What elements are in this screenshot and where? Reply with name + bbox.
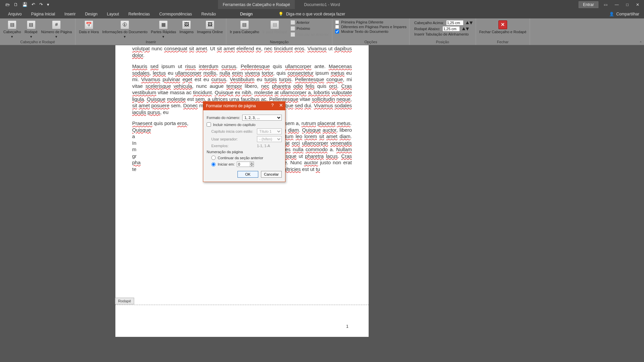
separator-label: Usar separador: <box>211 137 255 141</box>
onlinepics-button[interactable]: 🖼Imagens Online <box>196 20 223 35</box>
number-format-select[interactable]: 1, 2, 3, ... <box>242 115 282 121</box>
chapter-style-label: Capítulo inicia com estilo: <box>211 129 255 133</box>
pagenumber-button[interactable]: #Número de Página▾ <box>41 20 73 39</box>
dialog-close-icon[interactable]: ✕ <box>279 103 283 108</box>
share-icon: 👤 <box>609 12 614 16</box>
signin-button[interactable]: Entrar <box>579 1 598 8</box>
spinner-icon[interactable]: ⯅⯆ <box>466 21 473 25</box>
header-icon: ▤ <box>8 20 16 29</box>
ok-button[interactable]: OK <box>237 171 258 178</box>
collapse-ribbon-icon[interactable]: ⌃ <box>639 41 642 45</box>
include-chapter-checkbox[interactable] <box>207 122 211 127</box>
pagenumber-icon: # <box>52 20 61 29</box>
close-hf-label: Fechar Cabeçalho e Rodapé <box>479 30 527 34</box>
link-icon <box>290 32 295 37</box>
show-doc-label: Mostrar Texto do Documento <box>341 29 388 34</box>
footer-bottom-input[interactable] <box>442 26 460 32</box>
pictures-icon: 🖼 <box>182 20 191 29</box>
lightbulb-icon: 💡 <box>278 12 283 16</box>
docinfo-label: Informações do Documento <box>102 30 148 34</box>
next-icon <box>290 26 295 31</box>
previous-button[interactable]: Anterior <box>290 20 329 25</box>
maximize-icon[interactable]: □ <box>624 2 631 7</box>
footer-button[interactable]: ▤Rodapé▾ <box>24 20 39 39</box>
tab-layout[interactable]: Layout <box>102 10 124 18</box>
previous-label: Anterior <box>297 20 310 24</box>
diff-first-label: Primeira Página Diferente <box>341 20 383 24</box>
qat-customize-icon[interactable]: ▾ <box>47 2 49 7</box>
header-top-label: Cabeçalho Acima: <box>414 21 444 25</box>
docinfo-icon: 🛈 <box>120 20 129 29</box>
include-chapter-label: Incluir número do capítulo <box>213 123 256 127</box>
qat-save-icon[interactable]: 💾 <box>22 2 28 7</box>
header-top-input[interactable] <box>446 20 464 25</box>
goto-footer-button: ▤Ir para Rodapé <box>262 20 288 35</box>
diff-first-checkbox[interactable]: Primeira Página Diferente <box>335 20 407 24</box>
onlinepics-label: Imagens Online <box>197 30 223 34</box>
spin-up-icon[interactable]: ▴ <box>250 162 254 164</box>
minimize-icon[interactable]: — <box>613 2 621 7</box>
onlinepics-icon: 🖼 <box>206 20 214 29</box>
footer-zone[interactable]: Rodapé <box>115 305 369 321</box>
quickparts-label: Partes Rápidas <box>151 30 176 34</box>
docinfo-button[interactable]: 🛈Informações do Documento▾ <box>102 20 148 39</box>
close-x-icon: ✕ <box>498 20 507 29</box>
numbering-group-label: Numeração da página <box>207 150 282 154</box>
group-label: Posição <box>412 39 473 45</box>
group-label: Navegação <box>229 39 329 45</box>
tell-me-search[interactable]: 💡 Diga-me o que você deseja fazer <box>278 10 345 18</box>
pictures-button[interactable]: 🖼Imagens <box>179 20 194 35</box>
header-button[interactable]: ▤Cabeçalho▾ <box>3 20 22 39</box>
share-button[interactable]: 👤 Compartilhar <box>609 10 639 18</box>
continue-radio[interactable] <box>211 156 216 160</box>
quickparts-button[interactable]: ▦Partes Rápidas▾ <box>150 20 177 39</box>
qat-redo-icon[interactable]: ↷ <box>39 2 43 7</box>
spinner-icon[interactable]: ⯅⯆ <box>462 27 469 31</box>
spin-down-icon[interactable]: ▾ <box>250 164 254 167</box>
diff-oddeven-checkbox[interactable]: Diferentes em Páginas Pares e Ímpares <box>335 24 407 29</box>
align-tab-label: Inserir Tabulação de Alinhamento <box>414 32 469 36</box>
group-label: Cabeçalho e Rodapé <box>3 39 72 45</box>
document-page[interactable]: volutpat nunc consequat sit amet. Ut sit… <box>115 45 369 337</box>
startat-input[interactable] <box>237 162 250 167</box>
examples-value: 1-1, 1-A <box>257 144 270 148</box>
show-doc-checkbox[interactable]: Mostrar Texto do Documento <box>335 29 407 34</box>
page-number: 1 <box>346 324 348 329</box>
tell-me-label: Diga-me o que você deseja fazer <box>286 12 345 16</box>
header-label: Cabeçalho <box>3 30 21 34</box>
dialog-title: Formatar número de página <box>206 104 256 108</box>
pagenumber-label: Número de Página <box>41 30 72 34</box>
ribbon-display-icon[interactable]: ▭ <box>602 2 609 7</box>
number-format-label: Formato do número: <box>207 116 240 120</box>
tab-references[interactable]: Referências <box>124 10 155 18</box>
group-label: Inserir <box>78 39 223 45</box>
dialog-help-icon[interactable]: ? <box>271 103 274 108</box>
startat-radio[interactable] <box>211 162 216 167</box>
startat-label: Iniciar em: <box>218 162 235 166</box>
tab-hf-design[interactable]: Design <box>218 10 275 18</box>
group-label: Fechar <box>479 39 527 45</box>
qat-undo-icon[interactable]: ↶ <box>32 2 35 7</box>
link-label: Vincular ao Anterior <box>297 33 329 37</box>
tab-mailings[interactable]: Correspondências <box>155 10 197 18</box>
dropdown-icon: ▾ <box>11 35 13 39</box>
close-icon[interactable]: ✕ <box>634 2 641 7</box>
dropdown-icon: ▾ <box>30 35 32 39</box>
datetime-button[interactable]: 📅Data e Hora <box>78 20 99 35</box>
tab-insert[interactable]: Inserir <box>60 10 80 18</box>
tab-review[interactable]: Revisão <box>197 10 220 18</box>
calendar-icon: 📅 <box>85 20 93 29</box>
cancel-button[interactable]: Cancelar <box>261 171 282 178</box>
qat-new-icon[interactable]: 🗋 <box>14 2 18 7</box>
next-button[interactable]: Próximo <box>290 26 329 31</box>
close-hf-button[interactable]: ✕Fechar Cabeçalho e Rodapé <box>479 20 527 35</box>
dropdown-icon: ▾ <box>55 35 57 39</box>
tab-file[interactable]: Arquivo <box>3 10 26 18</box>
goto-header-button[interactable]: ▤Ir para Cabeçalho <box>229 20 260 35</box>
dropdown-icon: ▾ <box>124 35 126 39</box>
align-tab-button[interactable]: Inserir Tabulação de Alinhamento <box>412 32 473 37</box>
tab-design[interactable]: Design <box>80 10 102 18</box>
qat-open-icon[interactable]: 🗁 <box>5 2 10 7</box>
body-text: volutpat nunc consequat sit amet. Ut sit… <box>132 45 352 58</box>
tab-home[interactable]: Página Inicial <box>26 10 60 18</box>
